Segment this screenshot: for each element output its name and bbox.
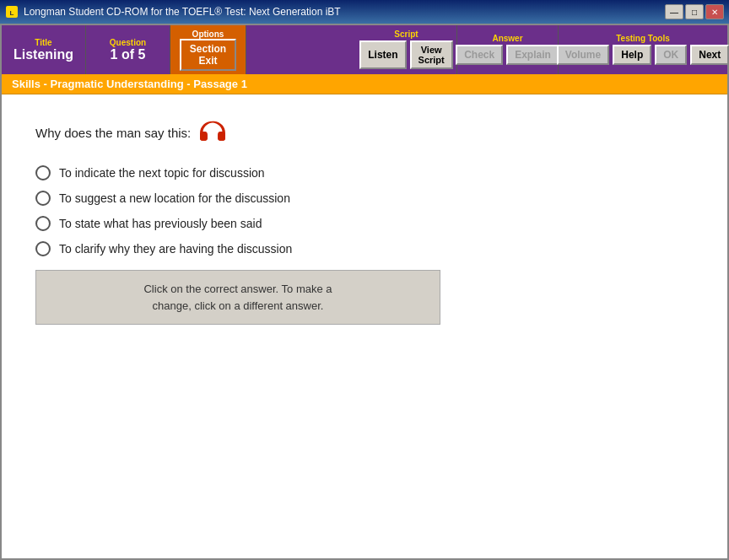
window-controls: — □ ✕ <box>665 4 724 19</box>
question-section-value: 1 of 5 <box>111 47 146 62</box>
svg-text:L: L <box>10 9 14 17</box>
answer-option-1[interactable]: To indicate the next topic for discussio… <box>35 165 694 180</box>
section-exit-button[interactable]: SectionExit <box>180 39 236 71</box>
listen-button[interactable]: Listen <box>359 40 406 69</box>
app-icon: L <box>5 5 19 19</box>
toolbar-question-section: Question 1 of 5 <box>86 25 170 74</box>
maximize-button[interactable]: □ <box>685 4 704 19</box>
option-label-2: To suggest a new location for the discus… <box>59 191 290 205</box>
toolbar-options-section: Options SectionExit <box>170 25 246 74</box>
option-label-1: To indicate the next topic for discussio… <box>59 166 265 180</box>
question-text-label: Why does the man say this: <box>35 126 191 140</box>
headphones-icon <box>197 120 228 145</box>
question-prompt: Why does the man say this: <box>35 120 694 145</box>
radio-circle-4 <box>35 241 51 256</box>
question-section-label: Question <box>110 38 146 47</box>
volume-button[interactable]: Volume <box>557 45 609 65</box>
tools-section-label: Testing Tools <box>616 34 670 43</box>
radio-circle-2 <box>35 191 51 206</box>
options-section-label: Options <box>192 30 224 39</box>
next-button[interactable]: Next <box>690 45 729 65</box>
svg-rect-2 <box>200 133 208 141</box>
instruction-box: Click on the correct answer. To make a c… <box>35 270 440 325</box>
window-title: Longman Student CD-ROM for the TOEFL® Te… <box>24 6 665 18</box>
svg-rect-3 <box>218 133 225 141</box>
answer-options: To indicate the next topic for discussio… <box>35 165 694 256</box>
instruction-line1: Click on the correct answer. To make a <box>143 283 332 295</box>
radio-circle-3 <box>35 216 51 231</box>
toolbar: Title Listening Question 1 of 5 Options … <box>2 25 727 74</box>
title-section-value: Listening <box>14 47 73 62</box>
ok-button[interactable]: OK <box>655 45 687 65</box>
title-section-label: Title <box>35 38 51 47</box>
close-button[interactable]: ✕ <box>705 4 724 19</box>
toolbar-script-section: Script Listen ViewScript <box>356 25 457 74</box>
toolbar-answer-section: Answer Check Explain <box>457 25 559 74</box>
radio-circle-1 <box>35 165 51 180</box>
breadcrumb: Skills - Pragmatic Understanding - Passa… <box>2 74 727 94</box>
answer-section-label: Answer <box>492 34 522 43</box>
content-area: Why does the man say this: To indicate t… <box>2 94 727 558</box>
script-section-label: Script <box>394 30 418 39</box>
title-bar: L Longman Student CD-ROM for the TOEFL® … <box>0 0 729 24</box>
toolbar-spacer <box>246 25 356 74</box>
toolbar-tools-section: Testing Tools Volume Help OK Next <box>559 25 727 74</box>
explain-button[interactable]: Explain <box>506 45 559 65</box>
view-script-button[interactable]: ViewScript <box>410 40 453 69</box>
check-button[interactable]: Check <box>456 45 503 65</box>
option-label-3: To state what has previously been said <box>59 217 262 230</box>
instruction-line2: change, click on a different answer. <box>153 299 324 312</box>
answer-option-3[interactable]: To state what has previously been said <box>35 216 694 231</box>
main-window: Title Listening Question 1 of 5 Options … <box>0 24 729 560</box>
option-label-4: To clarify why they are having the discu… <box>59 242 292 256</box>
minimize-button[interactable]: — <box>665 4 683 19</box>
answer-option-2[interactable]: To suggest a new location for the discus… <box>35 191 694 206</box>
toolbar-title-section: Title Listening <box>2 25 86 74</box>
answer-option-4[interactable]: To clarify why they are having the discu… <box>35 241 694 256</box>
help-button[interactable]: Help <box>613 45 651 65</box>
